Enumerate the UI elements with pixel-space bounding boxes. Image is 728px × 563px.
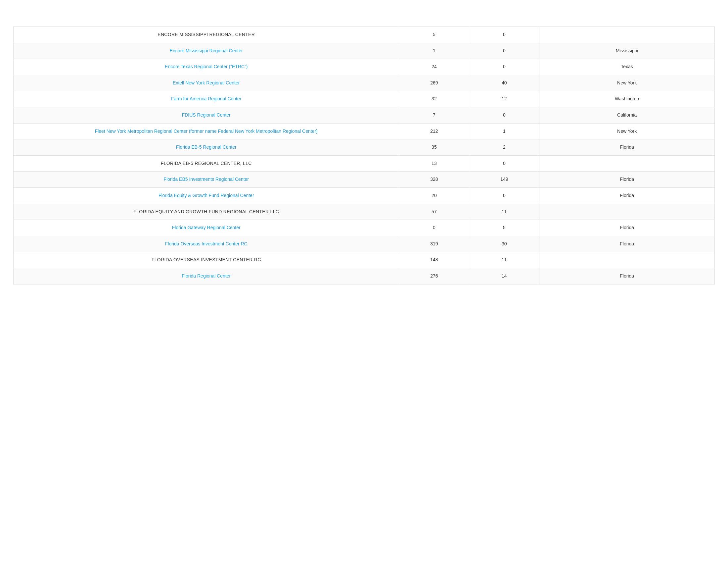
table-row: Encore Mississippi Regional Center10Miss… [14, 43, 715, 59]
row-state-cell: Florida [539, 268, 715, 284]
row-name-cell: FLORIDA EQUITY AND GROWTH FUND REGIONAL … [14, 204, 399, 220]
table-row: ENCORE MISSISSIPPI REGIONAL CENTER50 [14, 27, 715, 43]
row-state-cell: Florida [539, 187, 715, 204]
row-state-cell: Washington [539, 91, 715, 107]
row-num1-cell: 269 [399, 75, 469, 91]
table-row: Encore Texas Regional Center (“ETRC”)240… [14, 59, 715, 75]
row-num1-cell: 20 [399, 187, 469, 204]
row-state-cell: New York [539, 75, 715, 91]
row-num2-cell: 0 [469, 59, 539, 75]
row-name-cell[interactable]: Encore Mississippi Regional Center [14, 43, 399, 59]
row-num2-cell: 14 [469, 268, 539, 284]
row-state-cell [539, 252, 715, 268]
row-num2-cell: 0 [469, 155, 539, 171]
row-num1-cell: 319 [399, 236, 469, 252]
row-name-cell[interactable]: Florida EB-5 Regional Center [14, 139, 399, 156]
row-name-cell[interactable]: Florida EB5 Investments Regional Center [14, 171, 399, 188]
row-state-cell [539, 155, 715, 171]
data-table: ENCORE MISSISSIPPI REGIONAL CENTER50Enco… [13, 26, 715, 285]
table-row: Florida Equity & Growth Fund Regional Ce… [14, 187, 715, 204]
row-num1-cell: 35 [399, 139, 469, 156]
row-name-cell[interactable]: Florida Gateway Regional Center [14, 220, 399, 236]
row-name-cell: ENCORE MISSISSIPPI REGIONAL CENTER [14, 27, 399, 43]
row-name-cell[interactable]: FDIUS Regional Center [14, 107, 399, 123]
row-num2-cell: 5 [469, 220, 539, 236]
row-num2-cell: 12 [469, 91, 539, 107]
row-num2-cell: 2 [469, 139, 539, 156]
row-state-cell [539, 204, 715, 220]
row-state-cell: California [539, 107, 715, 123]
row-state-cell [539, 27, 715, 43]
row-num2-cell: 0 [469, 43, 539, 59]
row-num1-cell: 212 [399, 123, 469, 139]
row-state-cell: Florida [539, 220, 715, 236]
row-num1-cell: 57 [399, 204, 469, 220]
row-num1-cell: 32 [399, 91, 469, 107]
table-row: Florida Gateway Regional Center05Florida [14, 220, 715, 236]
row-num1-cell: 24 [399, 59, 469, 75]
table-row: FDIUS Regional Center70California [14, 107, 715, 123]
row-state-cell: Florida [539, 139, 715, 156]
row-num2-cell: 0 [469, 187, 539, 204]
row-num1-cell: 5 [399, 27, 469, 43]
row-num2-cell: 30 [469, 236, 539, 252]
row-num2-cell: 0 [469, 107, 539, 123]
row-name-cell[interactable]: Fleet New York Metropolitan Regional Cen… [14, 123, 399, 139]
row-num1-cell: 148 [399, 252, 469, 268]
row-name-cell: FLORIDA OVERSEAS INVESTMENT CENTER RC [14, 252, 399, 268]
row-num1-cell: 7 [399, 107, 469, 123]
row-state-cell: Florida [539, 236, 715, 252]
row-num2-cell: 149 [469, 171, 539, 188]
row-state-cell: Mississippi [539, 43, 715, 59]
table-row: Florida Regional Center27614Florida [14, 268, 715, 284]
row-num2-cell: 11 [469, 204, 539, 220]
row-num2-cell: 1 [469, 123, 539, 139]
table-row: FLORIDA OVERSEAS INVESTMENT CENTER RC148… [14, 252, 715, 268]
row-name-cell[interactable]: Florida Overseas Investment Center RC [14, 236, 399, 252]
table-row: Florida EB-5 Regional Center352Florida [14, 139, 715, 156]
row-name-cell[interactable]: Extell New York Regional Center [14, 75, 399, 91]
row-num1-cell: 276 [399, 268, 469, 284]
row-state-cell: Texas [539, 59, 715, 75]
row-name-cell: FLORIDA EB-5 REGIONAL CENTER, LLC [14, 155, 399, 171]
table-row: Fleet New York Metropolitan Regional Cen… [14, 123, 715, 139]
row-state-cell: Florida [539, 171, 715, 188]
table-row: Florida EB5 Investments Regional Center3… [14, 171, 715, 188]
table-row: FLORIDA EB-5 REGIONAL CENTER, LLC130 [14, 155, 715, 171]
table-row: Florida Overseas Investment Center RC319… [14, 236, 715, 252]
table-row: Extell New York Regional Center26940New … [14, 75, 715, 91]
row-name-cell[interactable]: Farm for America Regional Center [14, 91, 399, 107]
row-num1-cell: 0 [399, 220, 469, 236]
row-name-cell[interactable]: Encore Texas Regional Center (“ETRC”) [14, 59, 399, 75]
row-name-cell[interactable]: Florida Regional Center [14, 268, 399, 284]
row-num2-cell: 40 [469, 75, 539, 91]
table-row: FLORIDA EQUITY AND GROWTH FUND REGIONAL … [14, 204, 715, 220]
row-num1-cell: 13 [399, 155, 469, 171]
row-num2-cell: 11 [469, 252, 539, 268]
row-num1-cell: 1 [399, 43, 469, 59]
row-num1-cell: 328 [399, 171, 469, 188]
row-state-cell: New York [539, 123, 715, 139]
page-wrapper: ENCORE MISSISSIPPI REGIONAL CENTER50Enco… [0, 0, 728, 311]
table-row: Farm for America Regional Center3212Wash… [14, 91, 715, 107]
row-num2-cell: 0 [469, 27, 539, 43]
row-name-cell[interactable]: Florida Equity & Growth Fund Regional Ce… [14, 187, 399, 204]
